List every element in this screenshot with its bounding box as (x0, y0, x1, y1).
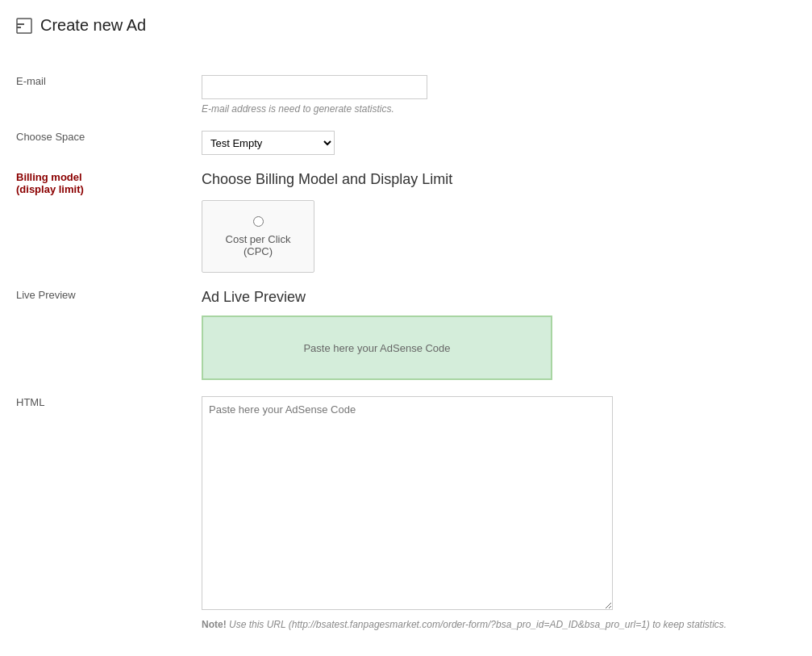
live-preview-field-cell: Ad Live Preview Paste here your AdSense … (202, 281, 796, 388)
svg-rect-2 (17, 27, 21, 28)
svg-rect-1 (17, 23, 24, 25)
live-preview-row: Live Preview Ad Live Preview Paste here … (16, 281, 796, 388)
billing-section-title: Choose Billing Model and Display Limit (202, 171, 796, 188)
html-textarea[interactable] (202, 396, 613, 610)
email-input[interactable] (202, 75, 427, 99)
choose-space-label: Choose Space (16, 123, 202, 163)
billing-radio-cpc[interactable] (253, 216, 264, 227)
billing-model-row: Billing model (display limit) Choose Bil… (16, 163, 796, 281)
preview-placeholder: Paste here your AdSense Code (303, 342, 450, 354)
billing-model-field-cell: Choose Billing Model and Display Limit C… (202, 163, 796, 281)
billing-options: Cost per Click(CPC) (202, 200, 796, 273)
page-title: Create new Ad (40, 16, 146, 35)
billing-model-label: Billing model (display limit) (16, 163, 202, 281)
email-row: E-mail E-mail address is need to generat… (16, 67, 796, 123)
billing-option-cpc-label: Cost per Click(CPC) (226, 233, 291, 257)
live-preview-label: Live Preview (16, 281, 202, 388)
choose-space-row: Choose Space Test Empty (16, 123, 796, 163)
html-label: HTML (16, 388, 202, 638)
note-text: Note! Use this URL (http://bsatest.fanpa… (202, 619, 796, 630)
ad-icon (16, 18, 32, 34)
svg-rect-0 (17, 19, 31, 33)
live-preview-title: Ad Live Preview (202, 289, 796, 306)
email-label: E-mail (16, 67, 202, 123)
billing-option-cpc[interactable]: Cost per Click(CPC) (202, 200, 314, 273)
choose-space-field-cell: Test Empty (202, 123, 796, 163)
ad-form: E-mail E-mail address is need to generat… (16, 67, 796, 638)
note-content: Use this URL (http://bsatest.fanpagesmar… (229, 619, 727, 630)
page-header: Create new Ad (16, 16, 796, 43)
email-hint: E-mail address is need to generate stati… (202, 103, 796, 115)
email-field-cell: E-mail address is need to generate stati… (202, 67, 796, 123)
space-select[interactable]: Test Empty (202, 131, 335, 155)
html-row: HTML Note! Use this URL (http://bsatest.… (16, 388, 796, 638)
preview-box: Paste here your AdSense Code (202, 315, 552, 380)
html-field-cell: Note! Use this URL (http://bsatest.fanpa… (202, 388, 796, 638)
